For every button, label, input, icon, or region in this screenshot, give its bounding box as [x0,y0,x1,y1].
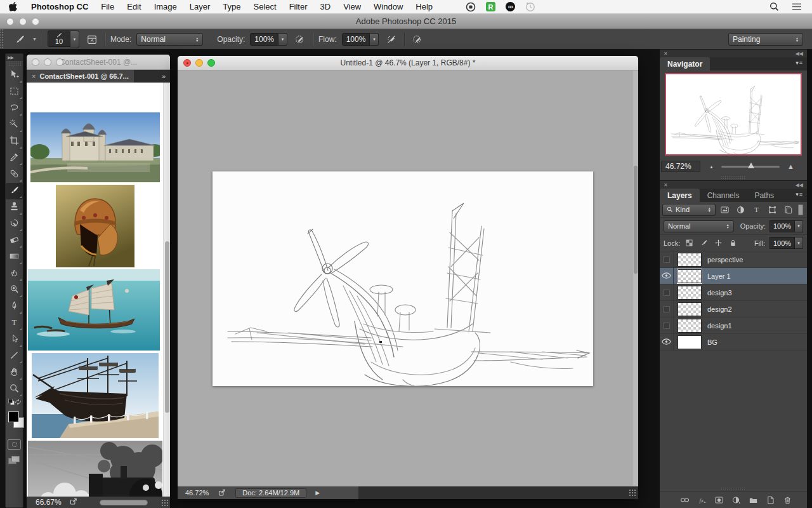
move-tool[interactable] [6,67,23,84]
app-close-button[interactable] [6,18,14,25]
panel-close-icon[interactable]: ✕ [664,182,668,188]
opacity-control[interactable]: 100% ▼ [250,33,287,46]
adjustment-filter-icon[interactable] [735,204,747,215]
new-layer-icon[interactable] [765,495,776,505]
layer-blend-mode-select[interactable]: Normal ▲▼ [664,220,734,232]
menu-item-view[interactable]: View [337,2,367,11]
tab-layers[interactable]: Layers [660,189,700,202]
share-icon[interactable] [69,497,78,507]
opacity-value[interactable]: 100% [769,220,795,232]
zoom-in-icon[interactable]: ▲ [787,163,794,170]
zoom-button[interactable] [207,59,215,67]
tab-contactsheet[interactable]: × ContactSheet-001 @ 66.7... [27,70,134,83]
notification-list-icon[interactable] [792,3,802,11]
resize-grip[interactable] [161,499,169,507]
layer-thumbnail[interactable] [678,302,702,316]
panel-resize-grip[interactable] [721,176,746,179]
link-layers-icon[interactable] [679,495,690,505]
layer-group-icon[interactable] [748,495,759,505]
eyedropper-tool[interactable] [6,150,23,166]
hand-tool[interactable] [6,364,23,381]
close-button[interactable] [183,59,191,67]
menu-item-layer[interactable]: Layer [183,2,217,11]
dodge-tool[interactable] [6,282,23,298]
flow-control[interactable]: 100% ▼ [342,33,379,46]
contact-sheet-scrollbar[interactable] [163,83,170,497]
app-menu-title[interactable]: Photoshop CC [25,2,95,11]
airbrush-icon[interactable] [384,32,399,47]
scrollbar-thumb[interactable] [165,241,169,413]
tab-paths[interactable]: Paths [747,189,782,202]
extension-r-icon[interactable]: R [486,2,495,11]
lock-position-icon[interactable] [714,238,723,248]
menu-item-file[interactable]: File [95,2,121,11]
tab-close-icon[interactable]: × [32,72,36,80]
menu-item-window[interactable]: Window [367,2,409,11]
brush-size-arrow[interactable]: ▼ [70,30,79,48]
zoom-tool[interactable] [6,381,23,398]
visibility-toggle[interactable] [660,301,674,317]
menu-item-filter[interactable]: Filter [283,2,314,11]
opacity-arrow[interactable]: ▼ [795,220,803,232]
lock-transparent-icon[interactable] [684,238,694,248]
layer-thumbnail[interactable] [678,335,702,349]
minimize-button[interactable] [44,58,51,66]
filter-kind-select[interactable]: Kind ▲▼ [662,204,716,216]
smudge-tool[interactable] [6,265,23,282]
crop-tool[interactable] [6,133,23,150]
toolbar-collapse-icon[interactable]: ▶▶ [6,54,23,61]
path-select-tool[interactable] [6,331,23,348]
pressure-opacity-icon[interactable] [292,32,308,47]
menu-item-type[interactable]: Type [216,2,247,11]
spotlight-search-icon[interactable] [769,2,779,11]
record-icon[interactable] [466,2,476,12]
pen-tool[interactable] [6,298,23,315]
panel-menu-icon[interactable]: ▾≡ [796,191,803,197]
layer-thumbnail[interactable] [678,319,702,333]
resize-grip[interactable] [629,489,637,497]
layer-row-design2[interactable]: design2 [660,301,807,318]
minimize-button[interactable] [195,59,203,67]
workspace-select[interactable]: Painting ▲▼ [728,33,803,46]
menu-item-help[interactable]: Help [409,2,439,11]
panel-collapse-icon[interactable]: ◀◀ [796,51,803,57]
layer-row-design3[interactable]: design3 [660,284,807,301]
share-icon[interactable] [218,488,226,498]
foreground-color-swatch[interactable] [8,411,19,422]
visibility-toggle[interactable] [660,268,674,284]
layer-row-design1[interactable]: design1 [660,318,807,334]
menu-item-image[interactable]: Image [148,2,183,11]
layer-thumbnail[interactable] [678,286,702,300]
pressure-size-icon[interactable] [410,32,425,47]
navigator-zoom-slider[interactable] [721,166,780,168]
contact-sheet-titlebar[interactable]: ContactSheet-001 @... [27,55,170,70]
line-tool[interactable] [6,348,23,364]
options-bar-grip[interactable] [0,29,4,49]
menu-item-edit[interactable]: Edit [121,2,147,11]
magic-wand-tool[interactable] [6,117,23,133]
app-zoom-button[interactable] [32,18,39,25]
layer-thumbnail[interactable] [678,269,702,283]
quick-mask-button[interactable] [8,439,21,450]
lock-all-icon[interactable] [728,238,738,248]
gradient-tool[interactable] [6,249,23,265]
layer-opacity-control[interactable]: 100% ▼ [769,220,803,232]
marquee-tool[interactable] [6,84,23,100]
default-colors-icon[interactable] [8,396,15,408]
brush-preset-picker[interactable]: 10 ▼ [48,30,79,48]
close-button[interactable] [32,58,39,66]
tool-preset-arrow[interactable]: ▼ [32,37,37,41]
toolbar-grip[interactable] [8,62,21,67]
swap-colors-icon[interactable] [15,396,22,408]
filter-toggle-switch[interactable] [798,204,803,215]
flow-arrow[interactable]: ▼ [370,33,379,46]
document-vscrollbar[interactable] [632,70,638,486]
layer-row-layer-1[interactable]: Layer 1 [660,268,807,284]
document-size-readout[interactable]: Doc: 2.64M/12.9M [235,488,306,498]
panel-collapse-icon[interactable]: ◀◀ [796,182,803,188]
brush-tool[interactable] [6,183,23,199]
panel-close-icon[interactable]: ✕ [664,51,668,57]
pixel-filter-icon[interactable] [719,204,731,215]
toggle-brush-panel-icon[interactable] [84,32,100,47]
creative-cloud-icon[interactable]: co [506,2,515,11]
